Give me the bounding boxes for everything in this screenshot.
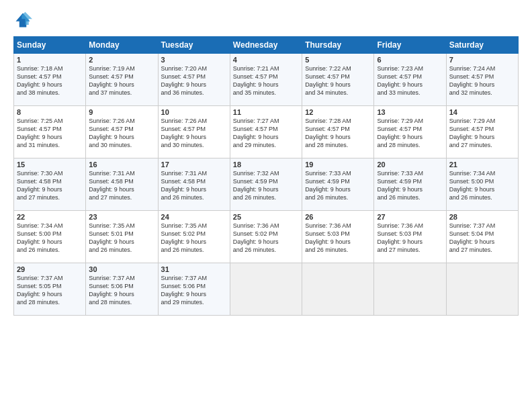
day-number: 20 [377, 161, 443, 169]
weekday-header: Wednesday [230, 37, 302, 54]
day-info: Sunrise: 7:34 AMSunset: 5:00 PMDaylight:… [449, 169, 515, 202]
calendar-cell [446, 263, 518, 316]
day-number: 28 [449, 213, 515, 221]
calendar-week: 15Sunrise: 7:30 AMSunset: 4:58 PMDayligh… [14, 158, 519, 211]
calendar-cell: 30Sunrise: 7:37 AMSunset: 5:06 PMDayligh… [86, 263, 158, 316]
day-number: 4 [233, 56, 299, 64]
day-number: 13 [377, 108, 443, 116]
day-info: Sunrise: 7:37 AMSunset: 5:06 PMDaylight:… [89, 274, 154, 307]
calendar-cell: 10Sunrise: 7:26 AMSunset: 4:57 PMDayligh… [158, 106, 230, 158]
calendar-cell: 3Sunrise: 7:20 AMSunset: 4:57 PMDaylight… [158, 54, 230, 106]
calendar-cell [230, 263, 302, 316]
calendar-cell: 26Sunrise: 7:36 AMSunset: 5:03 PMDayligh… [302, 211, 374, 263]
day-number: 5 [305, 56, 371, 64]
weekday-header: Friday [374, 37, 446, 54]
day-info: Sunrise: 7:37 AMSunset: 5:05 PMDaylight:… [17, 274, 83, 307]
calendar-cell: 27Sunrise: 7:36 AMSunset: 5:03 PMDayligh… [374, 211, 446, 263]
logo-icon [13, 11, 32, 30]
day-number: 11 [233, 108, 299, 116]
calendar-cell: 2Sunrise: 7:19 AMSunset: 4:57 PMDaylight… [86, 54, 158, 106]
day-info: Sunrise: 7:26 AMSunset: 4:57 PMDaylight:… [89, 117, 154, 150]
day-number: 8 [17, 108, 83, 116]
calendar-cell: 29Sunrise: 7:37 AMSunset: 5:05 PMDayligh… [14, 263, 86, 316]
calendar-week: 1Sunrise: 7:18 AMSunset: 4:57 PMDaylight… [14, 54, 519, 106]
day-number: 7 [449, 56, 515, 64]
day-info: Sunrise: 7:21 AMSunset: 4:57 PMDaylight:… [233, 64, 299, 97]
calendar-cell: 14Sunrise: 7:29 AMSunset: 4:57 PMDayligh… [446, 106, 518, 158]
day-info: Sunrise: 7:29 AMSunset: 4:57 PMDaylight:… [449, 117, 515, 150]
day-info: Sunrise: 7:28 AMSunset: 4:57 PMDaylight:… [305, 117, 371, 150]
day-info: Sunrise: 7:36 AMSunset: 5:03 PMDaylight:… [377, 222, 443, 255]
day-info: Sunrise: 7:24 AMSunset: 4:57 PMDaylight:… [449, 64, 515, 97]
day-number: 15 [17, 161, 83, 169]
calendar-cell: 16Sunrise: 7:31 AMSunset: 4:58 PMDayligh… [86, 158, 158, 211]
day-number: 27 [377, 213, 443, 221]
calendar-cell: 23Sunrise: 7:35 AMSunset: 5:01 PMDayligh… [86, 211, 158, 263]
day-info: Sunrise: 7:37 AMSunset: 5:06 PMDaylight:… [161, 274, 227, 307]
day-info: Sunrise: 7:37 AMSunset: 5:04 PMDaylight:… [449, 222, 515, 255]
day-number: 23 [89, 213, 154, 221]
day-info: Sunrise: 7:36 AMSunset: 5:03 PMDaylight:… [305, 222, 371, 255]
day-number: 19 [305, 161, 371, 169]
calendar-cell: 9Sunrise: 7:26 AMSunset: 4:57 PMDaylight… [86, 106, 158, 158]
day-info: Sunrise: 7:23 AMSunset: 4:57 PMDaylight:… [377, 64, 443, 97]
calendar-week: 29Sunrise: 7:37 AMSunset: 5:05 PMDayligh… [14, 263, 519, 316]
weekday-header: Sunday [14, 37, 86, 54]
calendar-cell: 20Sunrise: 7:33 AMSunset: 4:59 PMDayligh… [374, 158, 446, 211]
calendar-cell [302, 263, 374, 316]
day-info: Sunrise: 7:29 AMSunset: 4:57 PMDaylight:… [377, 117, 443, 150]
day-info: Sunrise: 7:35 AMSunset: 5:01 PMDaylight:… [89, 222, 154, 255]
day-number: 29 [17, 265, 83, 273]
day-info: Sunrise: 7:33 AMSunset: 4:59 PMDaylight:… [305, 169, 371, 202]
day-info: Sunrise: 7:19 AMSunset: 4:57 PMDaylight:… [89, 64, 154, 97]
weekday-header: Thursday [302, 37, 374, 54]
calendar-cell: 7Sunrise: 7:24 AMSunset: 4:57 PMDaylight… [446, 54, 518, 106]
calendar-cell: 4Sunrise: 7:21 AMSunset: 4:57 PMDaylight… [230, 54, 302, 106]
page: SundayMondayTuesdayWednesdayThursdayFrid… [0, 0, 532, 411]
day-number: 17 [161, 161, 227, 169]
day-info: Sunrise: 7:31 AMSunset: 4:58 PMDaylight:… [161, 169, 227, 202]
weekday-header: Monday [86, 37, 158, 54]
calendar-cell: 21Sunrise: 7:34 AMSunset: 5:00 PMDayligh… [446, 158, 518, 211]
calendar-cell: 6Sunrise: 7:23 AMSunset: 4:57 PMDaylight… [374, 54, 446, 106]
day-info: Sunrise: 7:30 AMSunset: 4:58 PMDaylight:… [17, 169, 83, 202]
day-number: 1 [17, 56, 83, 64]
calendar-cell: 13Sunrise: 7:29 AMSunset: 4:57 PMDayligh… [374, 106, 446, 158]
calendar-cell: 19Sunrise: 7:33 AMSunset: 4:59 PMDayligh… [302, 158, 374, 211]
day-number: 16 [89, 161, 154, 169]
day-info: Sunrise: 7:20 AMSunset: 4:57 PMDaylight:… [161, 64, 227, 97]
weekday-row: SundayMondayTuesdayWednesdayThursdayFrid… [14, 37, 519, 54]
day-number: 10 [161, 108, 227, 116]
day-number: 30 [89, 265, 154, 273]
calendar-cell: 22Sunrise: 7:34 AMSunset: 5:00 PMDayligh… [14, 211, 86, 263]
day-info: Sunrise: 7:22 AMSunset: 4:57 PMDaylight:… [305, 64, 371, 97]
day-info: Sunrise: 7:26 AMSunset: 4:57 PMDaylight:… [161, 117, 227, 150]
calendar-cell: 24Sunrise: 7:35 AMSunset: 5:02 PMDayligh… [158, 211, 230, 263]
calendar-week: 22Sunrise: 7:34 AMSunset: 5:00 PMDayligh… [14, 211, 519, 263]
day-number: 18 [233, 161, 299, 169]
calendar-cell: 25Sunrise: 7:36 AMSunset: 5:02 PMDayligh… [230, 211, 302, 263]
day-number: 6 [377, 56, 443, 64]
calendar-cell: 15Sunrise: 7:30 AMSunset: 4:58 PMDayligh… [14, 158, 86, 211]
calendar-table: SundayMondayTuesdayWednesdayThursdayFrid… [13, 36, 519, 316]
day-number: 25 [233, 213, 299, 221]
day-number: 9 [89, 108, 154, 116]
day-number: 31 [161, 265, 227, 273]
calendar-cell: 17Sunrise: 7:31 AMSunset: 4:58 PMDayligh… [158, 158, 230, 211]
calendar-cell: 8Sunrise: 7:25 AMSunset: 4:57 PMDaylight… [14, 106, 86, 158]
day-info: Sunrise: 7:18 AMSunset: 4:57 PMDaylight:… [17, 64, 83, 97]
calendar-cell: 5Sunrise: 7:22 AMSunset: 4:57 PMDaylight… [302, 54, 374, 106]
day-number: 2 [89, 56, 154, 64]
day-number: 21 [449, 161, 515, 169]
day-info: Sunrise: 7:25 AMSunset: 4:57 PMDaylight:… [17, 117, 83, 150]
calendar-header: SundayMondayTuesdayWednesdayThursdayFrid… [14, 37, 519, 54]
day-info: Sunrise: 7:36 AMSunset: 5:02 PMDaylight:… [233, 222, 299, 255]
day-number: 14 [449, 108, 515, 116]
logo [13, 11, 35, 30]
day-info: Sunrise: 7:33 AMSunset: 4:59 PMDaylight:… [377, 169, 443, 202]
day-number: 12 [305, 108, 371, 116]
weekday-header: Saturday [446, 37, 518, 54]
day-number: 24 [161, 213, 227, 221]
calendar-cell: 11Sunrise: 7:27 AMSunset: 4:57 PMDayligh… [230, 106, 302, 158]
calendar-cell: 18Sunrise: 7:32 AMSunset: 4:59 PMDayligh… [230, 158, 302, 211]
